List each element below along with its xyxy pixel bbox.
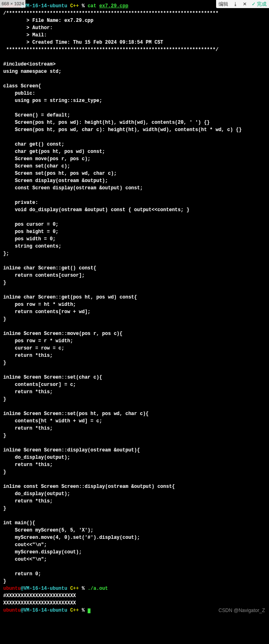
edit-button[interactable]: 编辑 — [216, 0, 231, 8]
prompt-lang: C++ — [70, 3, 79, 9]
prompt-pct-3: % — [82, 608, 84, 613]
dimension-label: 668 × 1024 — [0, 0, 25, 8]
prompt-pct-2: % — [82, 586, 84, 591]
prompt-user-2: ubuntu — [3, 586, 21, 591]
check-icon: ✓ — [252, 0, 256, 8]
prompt-user-3: ubuntu — [3, 608, 21, 613]
terminal-output: ubuntu@VM-16-14-ubuntu C++ % cat ex7.29.… — [0, 0, 269, 616]
program-output: #XXXXXXXXXXXXXXXXXXXXXXXX XXXXXXXXXXXXXX… — [3, 593, 76, 606]
prompt-pct: % — [82, 3, 84, 9]
done-button[interactable]: ✓ 完成 — [249, 0, 269, 8]
prompt-lang-2: C++ — [70, 586, 79, 591]
prompt-host: VM-16-14-ubuntu — [23, 3, 67, 9]
prompt-host-2: VM-16-14-ubuntu — [23, 586, 67, 591]
prompt-lang-3: C++ — [70, 608, 79, 613]
watermark: CSDN @Navigator_Z — [219, 607, 265, 614]
cursor-icon — [88, 608, 90, 613]
cat-command: cat — [88, 3, 97, 9]
cat-argument: ex7.29.cpp — [99, 3, 128, 9]
run-command: ./a.out — [88, 586, 108, 591]
close-icon[interactable]: ✕ — [240, 0, 249, 8]
image-toolbar: 编辑 ⭳ ✕ ✓ 完成 — [216, 0, 269, 8]
prompt-host-3: VM-16-14-ubuntu — [23, 608, 67, 613]
download-icon[interactable]: ⭳ — [231, 0, 240, 8]
source-code: /***************************************… — [3, 11, 242, 584]
done-label: 完成 — [257, 0, 267, 8]
